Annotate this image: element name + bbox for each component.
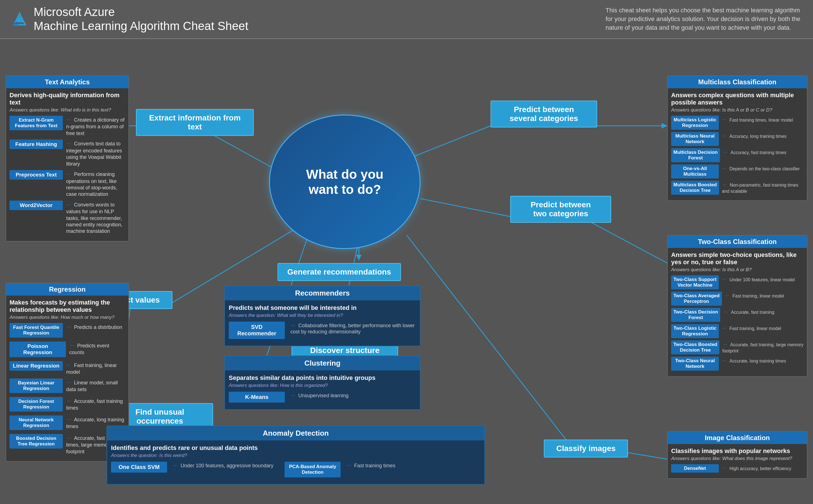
algo-row-decision-forest-reg: Decision Forest Regression Accurate, fas…: [10, 397, 125, 413]
algo-btn-onevall[interactable]: One-vs-All Multiclass: [671, 164, 719, 178]
anomaly-detection-title: Identifies and predicts rare or unusual …: [111, 444, 481, 452]
flow-extract-text: Extract information from text: [136, 109, 254, 136]
algo-row-extract-ngram: Extract N-Gram Features from Text Create…: [10, 116, 125, 137]
algo-btn-feature-hashing[interactable]: Feature Hashing: [10, 140, 63, 149]
algo-desc-mdecision: Accuracy, fast training times: [723, 148, 786, 156]
algo-btn-bayesian[interactable]: Bayesian Linear Regression: [10, 378, 63, 393]
algo-row-word2vector: Word2Vector Converts words to values for…: [10, 201, 125, 235]
text-analytics-subtitle: Answers questions like: What info is in …: [10, 107, 125, 113]
header: Microsoft Azure Machine Learning Algorit…: [0, 0, 813, 39]
algo-row-2logistic: Two-Class Logistic Regression Fast train…: [671, 324, 803, 338]
algo-btn-mlogistic[interactable]: Multiclass Logistic Regression: [671, 116, 719, 130]
svg-line-14: [406, 235, 575, 451]
imgclass-content: Classifies images with popular networks …: [668, 444, 807, 478]
algo-desc-feature-hashing: Converts text data to integer encoded fe…: [66, 140, 125, 167]
algo-btn-2neural[interactable]: Two-Class Neural Network: [671, 357, 719, 371]
algo-desc-2dec-forest: Accurate, fast training: [723, 308, 774, 316]
algo-btn-word2vector[interactable]: Word2Vector: [10, 201, 63, 210]
text-analytics-section: Text Analytics Derives high-quality info…: [6, 75, 129, 241]
algo-desc-mlogistic: Fast training times, linear model: [722, 116, 793, 124]
algo-desc-decision-forest-reg: Accurate, fast training times: [66, 397, 125, 412]
text-analytics-header: Text Analytics: [6, 76, 128, 88]
clustering-content: Separates similar data points into intui…: [225, 370, 420, 409]
algo-btn-fast-forest[interactable]: Fast Forest Quantile Regression: [10, 323, 63, 338]
algo-btn-2dec-forest[interactable]: Two-Class Decision Forest: [671, 308, 720, 322]
algo-btn-neural-network-reg[interactable]: Neural Network Regression: [10, 415, 63, 430]
multiclass-subtitle: Answers questions like: Is this A or B o…: [671, 107, 803, 113]
algo-row-densenet: DenseNet High accuracy, better efficienc…: [671, 464, 803, 473]
text-analytics-content: Derives high-quality information from te…: [6, 88, 128, 241]
algo-btn-densenet[interactable]: DenseNet: [671, 464, 719, 473]
recommenders-section: Recommenders Predicts what someone will …: [224, 285, 421, 346]
algo-row-mdecision: Multiclass Decision Forest Accuracy, fas…: [671, 148, 803, 162]
algo-desc-2neural: Accurate, long training times: [722, 357, 786, 365]
algo-btn-2boosted[interactable]: Two-Class Boosted Decision Tree: [671, 340, 719, 354]
algo-desc-svm: Under 100 features, linear model: [722, 275, 795, 284]
algo-row-2dec-forest: Two-Class Decision Forest Accurate, fast…: [671, 308, 803, 322]
anomaly-detection-header: Anomaly Detection: [107, 426, 485, 440]
algo-row-mneural: Multiclass Neural Network Accuracy, long…: [671, 132, 803, 146]
algo-desc-2logistic: Fast training, linear model: [722, 324, 781, 332]
algo-desc-fast-forest: Predicts a distribution: [66, 323, 122, 331]
center-bubble-text: What do you want to do?: [306, 167, 383, 197]
algo-desc-svd: Collaborative filtering, better performa…: [290, 322, 416, 335]
algo-btn-2logistic[interactable]: Two-Class Logistic Regression: [671, 324, 719, 338]
algo-btn-extract-ngram[interactable]: Extract N-Gram Features from Text: [10, 116, 63, 130]
anomaly-algorithms: One Class SVM Under 100 features, aggres…: [111, 462, 481, 480]
recommenders-content: Predicts what someone will be interested…: [225, 300, 420, 346]
algo-row-mboosted: Multiclass Boosted Decision Tree Non-par…: [671, 181, 803, 195]
algo-btn-decision-forest-reg[interactable]: Decision Forest Regression: [10, 397, 63, 412]
algo-desc-preprocess-text: Performs cleaning operations on text, li…: [66, 170, 125, 198]
algo-desc-mneural: Accuracy, long training times: [722, 132, 786, 140]
svg-marker-17: [662, 123, 667, 129]
title-line1: Microsoft Azure: [34, 5, 248, 19]
algo-row-2neural: Two-Class Neural Network Accurate, long …: [671, 357, 803, 371]
algo-btn-svd[interactable]: SVD Recommender: [229, 322, 285, 339]
algo-btn-poisson[interactable]: Poisson Regression: [10, 342, 66, 357]
anomaly-detection-content: Identifies and predicts rare or unusual …: [107, 440, 485, 484]
imgclass-header: Image Classification: [668, 432, 807, 444]
twoclass-section: Two-Class Classification Answers simple …: [667, 235, 807, 377]
algo-desc-perceptron: Fast training, linear model: [725, 292, 784, 300]
algo-btn-preprocess-text[interactable]: Preprocess Text: [10, 170, 63, 180]
clustering-header: Clustering: [225, 356, 420, 370]
header-title: Microsoft Azure Machine Learning Algorit…: [34, 5, 248, 33]
flow-predict-several: Predict between several categories: [491, 101, 597, 127]
twoclass-title: Answers simple two-choice questions, lik…: [671, 251, 803, 266]
svg-marker-19: [356, 255, 361, 260]
algo-desc-poisson: Predicts event counts: [69, 342, 125, 356]
image-classification-section: Image Classification Classifies images w…: [667, 431, 807, 479]
azure-logo-icon: [11, 11, 28, 27]
algo-row-2boosted: Two-Class Boosted Decision Tree Accurate…: [671, 340, 803, 354]
algo-btn-kmeans[interactable]: K-Means: [229, 392, 285, 403]
twoclass-header: Two-Class Classification: [668, 236, 807, 248]
recommenders-header: Recommenders: [225, 286, 420, 300]
clustering-subtitle: Answers questions like: How is this orga…: [229, 383, 416, 388]
algo-btn-boosted-reg[interactable]: Boosted Decision Tree Regression: [10, 434, 63, 449]
clustering-title: Separates similar data points into intui…: [229, 374, 416, 382]
algo-btn-mdecision[interactable]: Multiclass Decision Forest: [671, 148, 720, 162]
algo-row-preprocess-text: Preprocess Text Performs cleaning operat…: [10, 170, 125, 198]
algo-desc-linear: Fast training, linear model: [66, 361, 125, 376]
algo-btn-mneural[interactable]: Multiclass Neural Network: [671, 132, 719, 146]
anomaly-detection-section: Anomaly Detection Identifies and predict…: [106, 426, 485, 485]
algo-row-perceptron: Two-Class Averaged Perceptron Fast train…: [671, 292, 803, 306]
clustering-section: Clustering Separates similar data points…: [224, 356, 421, 410]
recommenders-subtitle: Answers the question: What will they be …: [229, 313, 416, 318]
algo-row-linear: Linear Regression Fast training, linear …: [10, 361, 125, 376]
regression-title: Makes forecasts by estimating the relati…: [10, 299, 125, 313]
algo-btn-svm[interactable]: Two-Class Support Vector Machine: [671, 275, 719, 289]
algo-row-mlogistic: Multiclass Logistic Regression Fast trai…: [671, 116, 803, 130]
algo-btn-ocsvm[interactable]: One Class SVM: [111, 462, 167, 473]
multiclass-title: Answers complex questions with multiple …: [671, 92, 803, 106]
algo-row-kmeans: K-Means Unsupervised learning: [229, 392, 416, 403]
algo-btn-perceptron[interactable]: Two-Class Averaged Perceptron: [671, 292, 722, 306]
algo-row-onevall: One-vs-All Multiclass Depends on the two…: [671, 164, 803, 178]
algo-row-bayesian: Bayesian Linear Regression Linear model,…: [10, 378, 125, 394]
algo-btn-linear[interactable]: Linear Regression: [10, 361, 63, 371]
algo-desc-ocsvm: Under 100 features, aggressive boundary: [173, 462, 273, 469]
svg-line-8: [589, 221, 667, 263]
algo-row-feature-hashing: Feature Hashing Converts text data to in…: [10, 140, 125, 167]
algo-btn-mboosted[interactable]: Multiclass Boosted Decision Tree: [671, 181, 719, 195]
algo-btn-pca-anomaly[interactable]: PCA-Based Anomaly Detection: [284, 462, 340, 477]
